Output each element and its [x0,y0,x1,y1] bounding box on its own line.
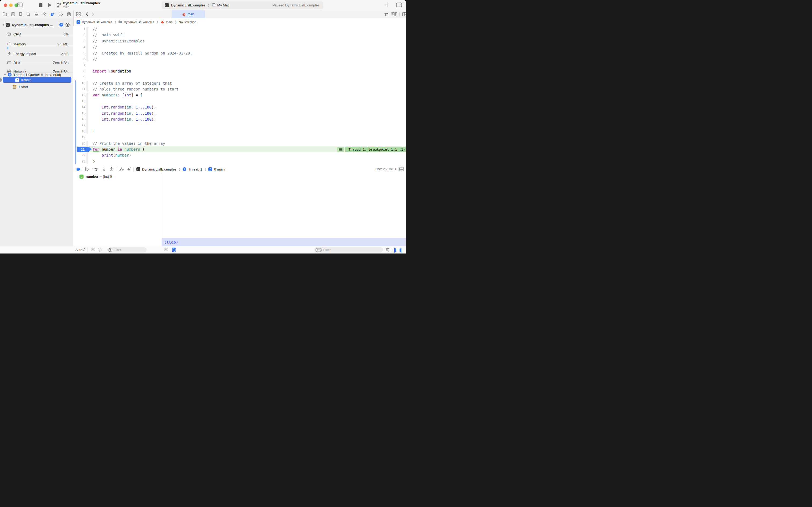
stack-frame-1-start[interactable]: 1 start [0,83,73,90]
step-into-icon[interactable] [102,167,106,171]
variable-row[interactable]: L number = (Int) 0 [79,175,112,179]
line-number[interactable]: 10 [73,80,85,86]
jumpbar-group[interactable]: DynamicListExamples [124,20,154,23]
debug-area-divider[interactable] [162,173,162,246]
line-number[interactable]: 6 [73,56,85,62]
run-button[interactable] [48,3,52,7]
disclosure-chevron-icon[interactable]: ▾ [4,73,6,76]
scheme-name[interactable]: DynamicListExamples [171,3,206,7]
debugbar-crumb-frame[interactable]: 0 main [214,167,225,171]
breakpoint-navigator-icon[interactable] [59,13,63,16]
line-number[interactable]: 9 [73,74,85,80]
code-line-13[interactable]: 13 [73,98,406,104]
stop-button[interactable] [39,3,43,7]
quicklook-eye-icon[interactable] [91,248,95,251]
line-number[interactable]: 15 [73,110,85,116]
minimize-window-button[interactable] [9,3,13,7]
test-navigator-icon[interactable] [43,12,47,16]
code-line-23[interactable]: 23} [73,158,406,164]
line-number[interactable]: 8 [73,68,85,74]
swap-editor-icon[interactable] [384,12,389,16]
code-line-3[interactable]: 3// DynamicListExamples [73,38,406,44]
line-number[interactable]: 18 [73,128,85,134]
code-line-1[interactable]: 1// [73,26,406,32]
issue-navigator-icon[interactable] [35,12,39,16]
go-back-icon[interactable] [85,12,89,16]
show-console-view-icon[interactable] [401,247,401,253]
code-line-11[interactable]: 11// holds three random numbers to start [73,86,406,92]
line-number[interactable]: 7 [73,62,85,68]
annotation-menu-icon[interactable] [337,147,344,152]
line-number[interactable]: 3 [73,38,85,44]
find-navigator-icon[interactable] [26,12,31,16]
step-over-icon[interactable] [94,167,98,171]
minimap-icon[interactable] [391,12,397,16]
code-line-5[interactable]: 5// Created by Russell Gordon on 2024-01… [73,50,406,56]
clear-console-trash-icon[interactable] [386,247,390,252]
line-number[interactable]: 5 [73,50,85,56]
info-icon[interactable] [98,248,102,251]
scope-stepper-icon[interactable] [83,247,85,252]
variables-view[interactable]: L number = (Int) 0 [73,173,162,246]
code-line-9[interactable]: 9 [73,74,406,80]
code-line-21[interactable]: 21for number in numbers {Thread 1: break… [73,146,406,152]
line-number[interactable]: 23 [73,158,85,164]
gauge-row-memory[interactable]: Memory3.5 MB [0,41,73,47]
toggle-navigator-icon[interactable] [17,2,22,7]
scope-selector[interactable]: Auto [75,248,82,252]
line-number[interactable]: 20 [73,140,85,146]
console-mode-icon[interactable] [172,247,176,252]
line-number[interactable]: 13 [73,98,85,104]
code-line-16[interactable]: 16 Int.random(in: 1...100), [73,116,406,122]
code-line-7[interactable]: 7 [73,62,406,68]
folder-navigator-icon[interactable] [3,12,7,16]
go-forward-icon[interactable] [92,12,94,16]
breakpoint-annotation[interactable]: Thread 1: breakpoint 1.1 (1) [345,147,406,152]
step-out-icon[interactable] [110,167,113,171]
breakpoints-toggle-icon[interactable] [76,168,80,171]
code-line-2[interactable]: 2// main.swift [73,32,406,38]
code-line-19[interactable]: 19 [73,134,406,140]
code-line-20[interactable]: 20// Print the values in the array [73,140,406,146]
line-number[interactable]: 22 [73,152,85,158]
debug-navigator-icon[interactable] [51,12,55,16]
show-variables-view-icon[interactable] [394,247,395,253]
code-line-6[interactable]: 6// [73,56,406,62]
disclosure-chevron-icon[interactable]: ▾ [3,23,4,26]
editor-grid-icon[interactable] [76,12,80,16]
stack-frame-0-main[interactable]: 0 main [3,77,71,83]
debugbar-crumb-project[interactable]: DynamicListExamples [142,167,176,171]
line-number[interactable]: 4 [73,44,85,50]
code-line-15[interactable]: 15 Int.random(in: 1...100), [73,110,406,116]
jumpbar-selection[interactable]: No Selection [179,20,196,23]
gauge-row-energy-impact[interactable]: Energy ImpactZero [0,51,73,57]
jumpbar-file[interactable]: main [166,20,173,23]
gauge-speedometer-icon[interactable] [59,23,63,26]
variables-filter-field[interactable]: Filter [107,247,147,252]
code-line-4[interactable]: 4// [73,44,406,50]
gauge-row-disk[interactable]: DiskZero KB/s [0,59,73,66]
report-navigator-icon[interactable] [67,12,71,16]
console-prompt-row[interactable]: (lldb) [162,238,406,246]
line-number[interactable]: 1 [73,26,85,32]
console-quicklook-eye-icon[interactable] [164,248,168,251]
continue-execution-icon[interactable] [85,167,90,171]
debugbar-crumb-thread[interactable]: Thread 1 [188,167,202,171]
code-line-22[interactable]: 22 print(number) [73,152,406,158]
tab-main[interactable]: main [172,10,205,18]
code-line-12[interactable]: 12var numbers: [Int] = [ [73,92,406,98]
console-filter-field[interactable]: Filter [314,247,383,252]
activity-view[interactable]: >_ DynamicListExamples ❯ My Mac Paused D… [162,1,323,9]
code-line-17[interactable]: 17 [73,122,406,128]
line-number[interactable]: 11 [73,86,85,92]
add-editor-tab-icon[interactable] [385,3,389,7]
code-line-10[interactable]: 10// Create an array of integers that [73,80,406,86]
close-window-button[interactable] [4,3,7,7]
toggle-inspector-icon[interactable] [396,2,402,7]
debug-view-hierarchy-icon[interactable] [119,167,123,171]
jumpbar-project[interactable]: DynamicListExamples [82,20,112,23]
code-line-18[interactable]: 18] [73,128,406,134]
toggle-debug-area-icon[interactable] [399,167,404,171]
source-editor[interactable]: 1//2// main.swift3// DynamicListExamples… [73,25,406,166]
line-number[interactable]: 19 [73,134,85,140]
